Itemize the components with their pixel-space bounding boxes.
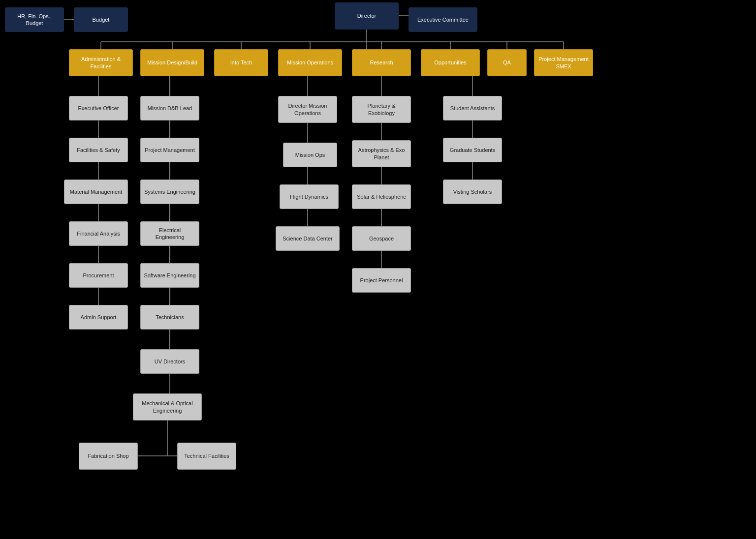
box-project_personnel: Project Personnel — [352, 268, 411, 293]
box-exec_officer: Executive Officer — [69, 96, 128, 120]
box-tech_facilities: Technical Facilities — [177, 443, 236, 470]
box-director: Director — [335, 2, 399, 30]
box-mission_design: Mission Design/Build — [140, 49, 204, 76]
box-systems_eng: Systems Engineering — [140, 180, 199, 204]
org-chart: HR, Fin. Ops., BudgetBudgetDirectorExecu… — [0, 0, 756, 539]
box-material_mgmt: Material Management — [64, 180, 128, 204]
box-financial_analysis: Financial Analysis — [69, 221, 128, 246]
box-exec_committee: Executive Committee — [409, 7, 477, 32]
box-software_eng: Software Engineering — [140, 263, 199, 288]
box-opportunities: Opportunities — [421, 49, 480, 76]
box-visiting_scholars: Visting Scholars — [443, 180, 502, 204]
box-mech_optical: Mechanical & Optical Engineering — [133, 393, 202, 420]
box-astrophysics: Astrophysics & Exo Planet — [352, 140, 411, 167]
box-mission_ops_top: Mission Operations — [278, 49, 342, 76]
box-technicians: Technicians — [140, 305, 199, 329]
box-flight_dynamics: Flight Dynamics — [280, 184, 339, 209]
box-admin_facilities: Administration & Facilities — [69, 49, 133, 76]
box-geospace: Geospace — [352, 226, 411, 251]
box-fab_shop: Fabrication Shop — [79, 443, 138, 470]
box-pm_smex: Project Management SMEX — [534, 49, 593, 76]
box-research: Research — [352, 49, 411, 76]
box-grad_students: Graduate Students — [443, 138, 502, 162]
box-mission_ops: Mission Ops — [283, 143, 337, 167]
box-admin_support: Admin Support — [69, 305, 128, 329]
box-mission_dnb: Mission D&B Lead — [140, 96, 199, 120]
box-uv_directors: UV Directors — [140, 349, 199, 374]
box-project_mgmt: Project Management — [140, 138, 199, 162]
box-director_mission_ops: Director Mission Operations — [278, 96, 337, 123]
box-hr_fin_ops: HR, Fin. Ops., Budget — [5, 7, 64, 32]
box-budget: Budget — [74, 7, 128, 32]
box-solar_helio: Solar & Heliospheric — [352, 184, 411, 209]
box-info_tech: Info Tech — [214, 49, 268, 76]
box-facilities_safety: Facilities & Safety — [69, 138, 128, 162]
box-science_data: Science Data Center — [276, 226, 340, 251]
box-procurement: Procurement — [69, 263, 128, 288]
box-student_assistants: Student Assistants — [443, 96, 502, 120]
box-electrical_eng: Electrical Engineering — [140, 221, 199, 246]
box-planetary_exo: Planetary & Exobiology — [352, 96, 411, 123]
box-qa: QA — [487, 49, 527, 76]
